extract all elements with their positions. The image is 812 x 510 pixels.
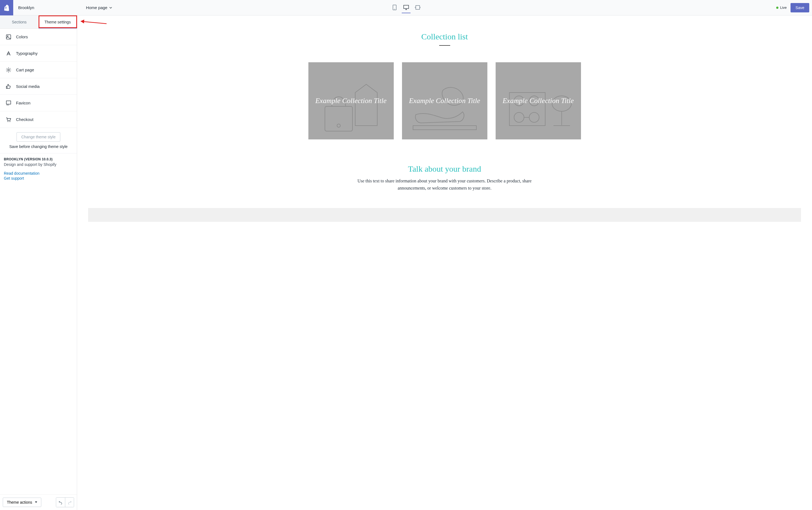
device-preview-group (390, 2, 422, 13)
settings-item-label: Social media (16, 84, 40, 89)
fullwidth-preview-button[interactable] (413, 2, 422, 13)
change-style-section: Change theme style Save before changing … (0, 128, 77, 153)
settings-item-favicon[interactable]: ico Favicon (0, 95, 77, 111)
collection-grid: Example Collection Title Example Collect… (88, 62, 801, 139)
settings-item-label: Favicon (16, 101, 31, 105)
collection-card[interactable]: Example Collection Title (495, 62, 581, 139)
typography-icon (5, 51, 11, 56)
svg-point-10 (10, 121, 10, 122)
mobile-icon (393, 5, 396, 10)
redo-icon (67, 500, 72, 505)
settings-item-social-media[interactable]: Social media (0, 78, 77, 95)
theme-name: Brooklyn (13, 5, 39, 10)
undo-button[interactable] (56, 498, 65, 507)
change-theme-style-button[interactable]: Change theme style (17, 132, 60, 142)
settings-item-cart-page[interactable]: Cart page (0, 62, 77, 78)
shopify-logo (0, 0, 13, 16)
redo-button[interactable] (65, 498, 74, 507)
chevron-down-icon (109, 6, 112, 9)
change-style-note: Save before changing theme style (4, 144, 72, 149)
collection-card[interactable]: Example Collection Title (402, 62, 487, 139)
undo-icon (58, 500, 63, 505)
save-button[interactable]: Save (790, 3, 809, 12)
theme-settings-list: Colors Typography Cart page (0, 29, 77, 128)
settings-item-label: Cart page (16, 67, 34, 72)
theme-actions-label: Theme actions (7, 500, 32, 505)
expand-icon (415, 5, 420, 10)
settings-item-typography[interactable]: Typography (0, 45, 77, 62)
cart-icon (5, 117, 11, 122)
collection-card[interactable]: Example Collection Title (308, 62, 394, 139)
preview-footer (88, 208, 801, 222)
svg-rect-2 (404, 5, 409, 8)
theme-meta-section: BROOKLYN (VERSION 10.0.3) Design and sup… (0, 153, 77, 185)
tab-theme-settings[interactable]: Theme settings (38, 16, 77, 28)
svg-point-5 (7, 35, 8, 37)
live-status: Live (776, 5, 787, 10)
sidebar: Sections Theme settings Colors Typograph… (0, 16, 77, 510)
brand-section: Talk about your brand Use this text to s… (357, 164, 533, 192)
undo-redo-group (56, 497, 74, 507)
page-selector[interactable]: Home page (86, 5, 112, 10)
gear-icon (5, 67, 11, 73)
live-label: Live (780, 5, 787, 10)
collection-list-heading: Collection list (88, 32, 801, 41)
svg-point-9 (8, 121, 8, 122)
brand-heading: Talk about your brand (357, 164, 533, 174)
page-selector-label: Home page (86, 5, 108, 10)
collection-card-title: Example Collection Title (497, 96, 579, 106)
settings-item-label: Colors (16, 34, 28, 39)
svg-point-1 (394, 9, 395, 9)
brand-text: Use this text to share information about… (357, 177, 533, 192)
read-documentation-link[interactable]: Read documentation (4, 171, 73, 175)
palette-icon (5, 34, 11, 40)
heading-divider (439, 45, 450, 46)
svg-rect-3 (416, 5, 420, 9)
live-dot-icon (776, 7, 778, 9)
favicon-icon: ico (5, 100, 11, 106)
svg-text:ico: ico (7, 104, 9, 106)
sidebar-bottom-bar: Theme actions (0, 494, 77, 510)
settings-item-label: Typography (16, 51, 37, 56)
collection-card-title: Example Collection Title (310, 96, 392, 106)
preview-pane: Collection list Example Collection Title… (77, 16, 812, 510)
svg-point-6 (8, 69, 9, 71)
tab-active-indicator (38, 28, 77, 28)
sidebar-tabs: Sections Theme settings (0, 16, 77, 29)
settings-item-colors[interactable]: Colors (0, 29, 77, 45)
mobile-preview-button[interactable] (390, 2, 399, 13)
thumbs-up-icon (5, 84, 11, 89)
topbar: Brooklyn Home page Live Save (0, 0, 812, 16)
desktop-icon (403, 5, 409, 10)
get-support-link[interactable]: Get support (4, 176, 73, 180)
settings-item-label: Checkout (16, 117, 33, 122)
settings-item-checkout[interactable]: Checkout (0, 111, 77, 128)
theme-actions-button[interactable]: Theme actions (3, 498, 41, 507)
theme-support-label: Design and support by Shopify (4, 162, 73, 167)
tab-sections[interactable]: Sections (0, 16, 38, 28)
collection-card-title: Example Collection Title (403, 96, 486, 106)
theme-version-label: BROOKLYN (VERSION 10.0.3) (4, 157, 73, 161)
caret-down-icon (35, 502, 37, 503)
desktop-preview-button[interactable] (402, 2, 411, 13)
topbar-right: Live Save (776, 3, 812, 12)
